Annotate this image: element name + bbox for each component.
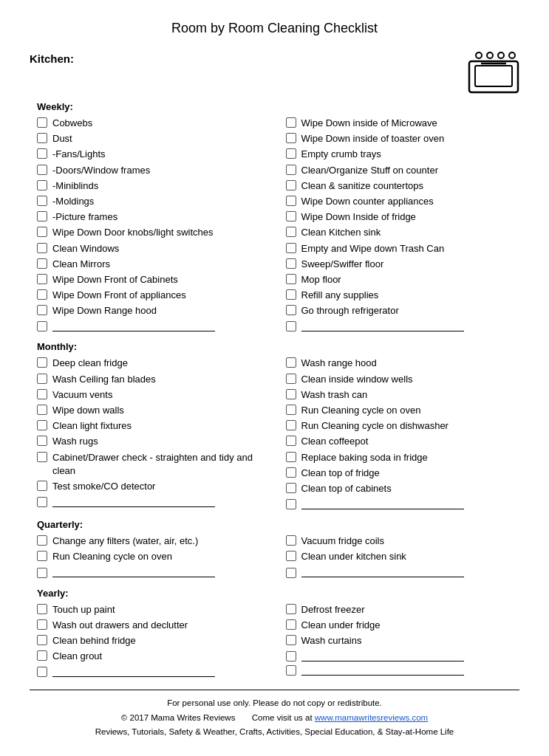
- checkbox[interactable]: [286, 420, 296, 430]
- checkbox[interactable]: [37, 258, 47, 269]
- checkbox[interactable]: [286, 483, 296, 493]
- checkbox[interactable]: [286, 374, 296, 384]
- checkbox[interactable]: [37, 243, 47, 253]
- list-item: -Miniblinds: [37, 179, 279, 193]
- checkbox[interactable]: [286, 196, 296, 206]
- checkbox[interactable]: [286, 499, 296, 509]
- checkbox[interactable]: [37, 148, 47, 159]
- checkbox[interactable]: [37, 420, 47, 430]
- checkbox[interactable]: [286, 289, 296, 300]
- item-text: -Doors/Window frames: [52, 164, 150, 177]
- checkbox[interactable]: [37, 165, 47, 175]
- checkbox[interactable]: [37, 497, 47, 507]
- list-item: Vacuum fridge coils: [286, 535, 528, 548]
- list-item: Clean light fixtures: [37, 419, 279, 433]
- list-item: Clean Mirrors: [37, 258, 279, 271]
- item-text: Run Cleaning cycle on dishwasher: [301, 419, 449, 433]
- checkbox[interactable]: [286, 452, 296, 462]
- list-item: Test smoke/CO detector: [37, 480, 279, 493]
- checkbox[interactable]: [37, 117, 47, 128]
- yearly-left-col: Touch up paint Wash out drawers and decl…: [37, 603, 286, 680]
- checkbox[interactable]: [37, 180, 47, 190]
- checkbox[interactable]: [286, 551, 296, 561]
- item-text: Empty crumb trays: [301, 148, 381, 161]
- list-item: Wash out drawers and declutter: [37, 619, 279, 632]
- checkbox[interactable]: [286, 405, 296, 415]
- item-text: Clean/Organize Stuff on counter: [301, 164, 439, 177]
- checkbox[interactable]: [37, 635, 47, 645]
- checkbox[interactable]: [286, 133, 296, 143]
- checkbox[interactable]: [286, 117, 296, 128]
- checkbox[interactable]: [37, 619, 47, 630]
- item-text: -Miniblinds: [52, 179, 98, 193]
- checkbox[interactable]: [286, 619, 296, 630]
- blank-line: [37, 496, 279, 507]
- list-item: Mop floor: [286, 273, 528, 286]
- checkbox[interactable]: [37, 289, 47, 300]
- checkbox[interactable]: [286, 436, 296, 446]
- list-item: Wipe Down Front of appliances: [37, 289, 279, 302]
- checkbox[interactable]: [286, 635, 296, 645]
- checkbox[interactable]: [37, 568, 47, 578]
- checkbox[interactable]: [286, 357, 296, 368]
- checkbox[interactable]: [37, 452, 47, 462]
- list-item: Sweep/Swiffer floor: [286, 258, 528, 271]
- list-item: -Moldings: [37, 195, 279, 208]
- list-item: Refill any supplies: [286, 289, 528, 302]
- checkbox[interactable]: [37, 405, 47, 415]
- item-text: Dust: [52, 132, 72, 145]
- checkbox[interactable]: [37, 535, 47, 546]
- item-text: Clean inside window wells: [301, 373, 413, 386]
- checkbox[interactable]: [37, 274, 47, 284]
- monthly-section: Deep clean fridge Wash Ceiling fan blade…: [37, 357, 527, 512]
- checkbox[interactable]: [37, 604, 47, 614]
- list-item: Empty and Wipe down Trash Can: [286, 242, 528, 255]
- list-item: Wash Ceiling fan blades: [37, 373, 279, 386]
- checkbox[interactable]: [37, 211, 47, 221]
- checkbox[interactable]: [37, 667, 47, 677]
- checkbox[interactable]: [286, 305, 296, 315]
- footer-link[interactable]: www.mamawritesreviews.com: [315, 713, 428, 722]
- item-text: Wash curtains: [301, 634, 362, 647]
- blank-underline: [52, 321, 215, 331]
- checkbox[interactable]: [37, 321, 47, 331]
- checkbox[interactable]: [37, 357, 47, 368]
- item-text: Clean top of cabinets: [301, 482, 392, 495]
- checkbox[interactable]: [286, 243, 296, 253]
- checkbox[interactable]: [37, 650, 47, 661]
- checkbox[interactable]: [37, 374, 47, 384]
- checkbox[interactable]: [286, 148, 296, 159]
- item-text: Clean under kitchen sink: [301, 550, 406, 563]
- yearly-heading: Yearly:: [37, 588, 519, 599]
- checkbox[interactable]: [286, 651, 296, 662]
- checkbox[interactable]: [286, 535, 296, 546]
- checkbox[interactable]: [37, 227, 47, 237]
- footer: For personal use only. Please do not cop…: [30, 690, 519, 740]
- checkbox[interactable]: [286, 180, 296, 190]
- checkbox[interactable]: [37, 389, 47, 399]
- checkbox[interactable]: [37, 436, 47, 446]
- checkbox[interactable]: [286, 165, 296, 175]
- list-item: Touch up paint: [37, 603, 279, 616]
- item-text: Clean under fridge: [301, 619, 381, 632]
- checkbox[interactable]: [37, 196, 47, 206]
- checkbox[interactable]: [37, 133, 47, 143]
- checkbox[interactable]: [286, 389, 296, 399]
- checkbox[interactable]: [37, 305, 47, 315]
- list-item: Empty crumb trays: [286, 148, 528, 161]
- checkbox[interactable]: [286, 321, 296, 331]
- checkbox[interactable]: [37, 481, 47, 491]
- checkbox[interactable]: [286, 258, 296, 269]
- checkbox[interactable]: [286, 211, 296, 221]
- checkbox[interactable]: [286, 227, 296, 237]
- item-text: Refill any supplies: [301, 289, 379, 302]
- checkbox[interactable]: [286, 467, 296, 478]
- checkbox[interactable]: [286, 665, 296, 676]
- checkbox[interactable]: [286, 568, 296, 578]
- blank-underline: [301, 651, 464, 662]
- checkbox[interactable]: [286, 604, 296, 614]
- weekly-left-col: Cobwebs Dust -Fans/Lights -Doors/Window …: [37, 117, 286, 334]
- checkbox[interactable]: [37, 551, 47, 561]
- list-item: Wipe Down Range hood: [37, 304, 279, 317]
- checkbox[interactable]: [286, 274, 296, 284]
